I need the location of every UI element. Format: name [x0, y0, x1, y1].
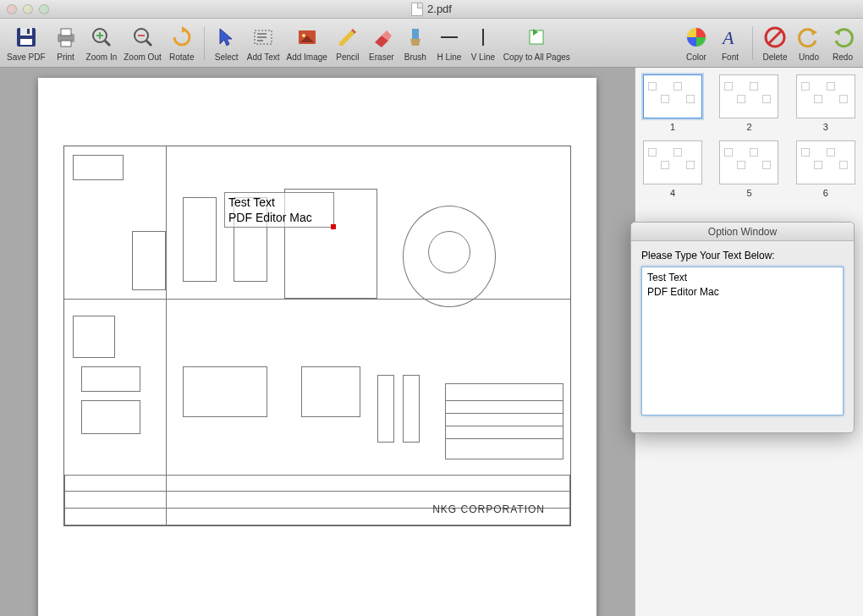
thumbnail-image	[719, 74, 778, 118]
text-input-textarea[interactable]	[641, 267, 844, 415]
svg-rect-5	[61, 29, 71, 36]
window-titlebar: 2.pdf	[0, 0, 863, 19]
text-annotation-box[interactable]: Test Text PDF Editor Mac	[224, 192, 334, 228]
toolbar-separator	[204, 26, 205, 60]
toolbar-separator	[752, 26, 753, 60]
zoom-in-icon	[88, 24, 115, 51]
print-icon	[52, 24, 80, 51]
rotate-icon	[168, 24, 195, 51]
thumbnail-image	[719, 140, 778, 184]
svg-rect-6	[61, 41, 71, 47]
svg-marker-37	[811, 29, 817, 36]
thumbnail-4[interactable]: 4	[640, 140, 705, 198]
svg-line-12	[146, 41, 151, 46]
zoom-out-icon	[129, 24, 157, 51]
svg-rect-3	[27, 29, 30, 34]
print-button[interactable]: Print	[49, 22, 83, 63]
minimize-button[interactable]	[23, 4, 33, 14]
delete-icon	[761, 24, 789, 51]
zoom-in-button[interactable]: Zoom In	[83, 22, 121, 63]
thumbnail-label: 5	[746, 188, 751, 198]
option-window-body: Please Type Your Text Below:	[631, 241, 854, 432]
svg-marker-23	[339, 30, 355, 46]
thumbnail-3[interactable]: 3	[794, 74, 858, 132]
redo-icon	[829, 24, 856, 51]
corporation-label: NKG CORPORATION	[432, 503, 545, 515]
svg-line-36	[768, 30, 782, 44]
window-title: 2.pdf	[411, 3, 452, 16]
delete-button[interactable]: Delete	[758, 22, 792, 63]
rotate-button[interactable]: Rotate	[165, 22, 199, 63]
window-title-text: 2.pdf	[427, 3, 452, 15]
select-button[interactable]: Select	[210, 22, 244, 63]
option-window-label: Please Type Your Text Below:	[641, 250, 844, 261]
option-window-title: Option Window	[631, 223, 854, 241]
thumbnail-image	[643, 74, 702, 118]
thumbnail-image	[796, 74, 855, 118]
font-icon: A	[717, 24, 744, 51]
brush-button[interactable]: Brush	[399, 22, 432, 63]
pencil-button[interactable]: Pencil	[331, 22, 365, 63]
eraser-button[interactable]: Eraser	[365, 22, 399, 63]
thumbnail-5[interactable]: 5	[717, 140, 781, 198]
save-icon	[13, 24, 40, 51]
svg-rect-1	[20, 28, 32, 36]
thumbnail-label: 1	[670, 122, 675, 132]
eraser-icon	[368, 24, 395, 51]
document-icon	[411, 3, 423, 16]
redo-button[interactable]: Redo	[826, 22, 860, 63]
traffic-lights	[0, 4, 49, 14]
thumbnail-label: 6	[823, 188, 828, 198]
v-line-button[interactable]: V Line	[466, 22, 500, 63]
brush-icon	[402, 24, 429, 51]
add-image-icon	[294, 24, 321, 51]
add-text-button[interactable]: Add Text	[244, 22, 283, 63]
thumbnail-image	[796, 140, 855, 184]
svg-rect-2	[20, 39, 32, 45]
h-line-button[interactable]: H Line	[432, 22, 466, 63]
zoom-out-button[interactable]: Zoom Out	[120, 22, 164, 63]
maximize-button[interactable]	[39, 4, 49, 14]
thumbnail-label: 3	[823, 122, 828, 132]
color-button[interactable]: Color	[679, 22, 713, 63]
thumbnail-2[interactable]: 2	[717, 74, 781, 132]
pdf-page[interactable]: NKG CORPORATION Test Text PDF Editor Mac	[38, 78, 596, 616]
text-annotation-line1: Test Text	[228, 195, 330, 210]
color-icon	[683, 24, 710, 51]
thumbnail-6[interactable]: 6	[794, 140, 858, 198]
svg-rect-27	[412, 29, 419, 39]
close-button[interactable]	[7, 4, 17, 14]
toolbar: Save PDF Print Zoom In Zoom Out Rotate S…	[0, 19, 863, 68]
add-text-icon	[250, 24, 277, 51]
add-image-button[interactable]: Add Image	[283, 22, 330, 63]
pencil-icon	[334, 24, 361, 51]
svg-marker-28	[410, 39, 421, 46]
svg-point-21	[302, 34, 305, 37]
copy-all-icon	[523, 24, 550, 51]
svg-marker-38	[834, 29, 841, 36]
svg-line-8	[105, 41, 110, 46]
undo-button[interactable]: Undo	[792, 22, 826, 63]
copy-to-all-pages-button[interactable]: Copy to All Pages	[500, 22, 574, 63]
undo-icon	[795, 24, 822, 51]
thumbnail-label: 2	[746, 122, 751, 132]
svg-text:A: A	[721, 27, 734, 48]
text-annotation-line2: PDF Editor Mac	[228, 210, 330, 225]
thumbnail-1[interactable]: 1	[640, 74, 705, 132]
thumbnail-image	[643, 140, 702, 184]
select-icon	[213, 24, 240, 51]
save-pdf-button[interactable]: Save PDF	[3, 22, 49, 63]
thumbnail-label: 4	[670, 188, 675, 198]
v-line-icon	[470, 24, 497, 51]
option-window[interactable]: Option Window Please Type Your Text Belo…	[630, 222, 855, 433]
font-button[interactable]: A Font	[713, 22, 747, 63]
canvas-area[interactable]: NKG CORPORATION Test Text PDF Editor Mac	[0, 68, 635, 616]
svg-marker-15	[220, 29, 232, 46]
h-line-icon	[436, 24, 463, 51]
